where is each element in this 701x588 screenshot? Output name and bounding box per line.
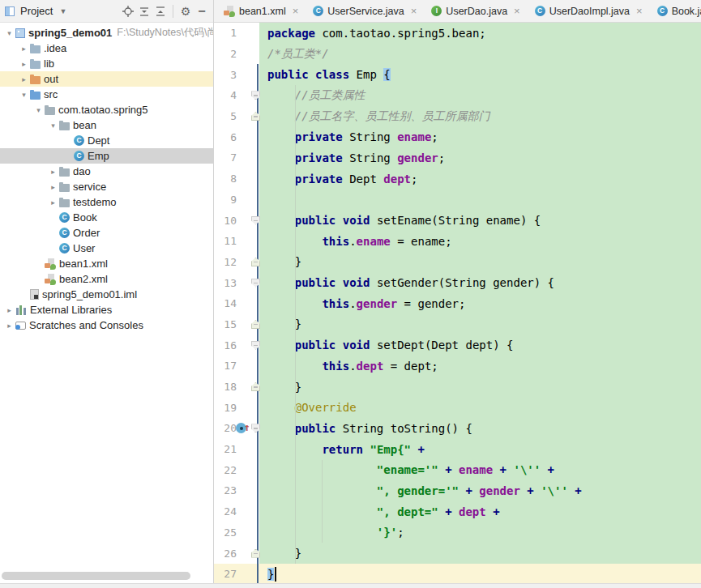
line-number[interactable]: 5 [214,110,237,122]
tree-item-testdemo[interactable]: ▸testdemo [0,194,213,210]
line-number[interactable]: 18 [214,381,237,393]
line-number[interactable]: 25 [214,526,237,539]
line-number[interactable]: 12 [214,256,237,268]
chevron-right-icon[interactable]: ▸ [47,183,59,191]
line-number[interactable]: 10 [214,215,237,227]
line-number[interactable]: 2 [214,48,237,60]
collapse-all-icon[interactable] [154,5,167,18]
tree-item-Scratches and Consoles[interactable]: ▸Scratches and Consoles [0,317,213,333]
line-number[interactable]: 1 [214,27,237,39]
code-line-18[interactable]: 18 } [214,377,701,398]
chevron-right-icon[interactable]: ▸ [3,322,15,330]
line-number[interactable]: 16 [214,339,237,352]
code-line-11[interactable]: 11 this.ename = ename; [214,231,701,252]
hide-panel-icon[interactable]: − [195,5,208,18]
fold-marker-icon[interactable] [251,216,260,225]
code-line-13[interactable]: 13 public void setGender(String gender) … [214,272,701,293]
code-line-2[interactable]: 2/*员工类*/ [214,44,701,65]
code-line-5[interactable]: 5 //员工名字、员工性别、员工所属部门 [214,106,701,127]
line-number[interactable]: 6 [214,131,237,143]
tree-item-spring5_demo01[interactable]: ▾spring5_demo01F:\StudyNotes\代码\尚 [0,25,213,40]
code-line-10[interactable]: 10 public void setEname(String ename) { [214,210,701,231]
code-line-16[interactable]: 16 public void setDept(Dept dept) { [214,334,701,356]
tree-item-.idea[interactable]: ▸.idea [0,40,213,56]
tab-UserDao.java[interactable]: IUserDao.java× [423,0,526,22]
chevron-down-icon[interactable]: ▾ [3,29,15,37]
chevron-down-icon[interactable]: ▾ [18,91,30,99]
tab-close-icon[interactable]: × [411,5,417,17]
tree-item-bean2.xml[interactable]: bean2.xml [0,271,213,287]
tree-item-Book[interactable]: CBook [0,210,213,225]
line-number[interactable]: 26 [214,548,237,560]
code-line-27[interactable]: 27} [214,564,701,585]
fold-marker-icon[interactable] [251,279,260,288]
chevron-right-icon[interactable]: ▸ [47,168,59,176]
fold-marker-icon[interactable] [251,112,260,121]
tree-item-Emp[interactable]: CEmp [0,148,213,164]
tab-close-icon[interactable]: × [293,5,299,17]
tab-UserDaoImpl.java[interactable]: CUserDaoImpl.java× [527,0,649,22]
tree-item-spring5_demo01.iml[interactable]: spring5_demo01.iml [0,287,213,302]
line-number[interactable]: 22 [214,464,237,476]
tree-item-com.taotao.spring5[interactable]: ▾com.taotao.spring5 [0,102,213,117]
line-number[interactable]: 27 [214,568,237,580]
tree-item-dao[interactable]: ▸dao [0,164,213,179]
tab-close-icon[interactable]: × [514,5,520,17]
code-line-9[interactable]: 9 [214,190,701,211]
panel-horizontal-scrollbar[interactable] [2,572,190,580]
fold-marker-icon[interactable] [251,549,260,558]
project-panel-title[interactable]: Project [20,5,53,17]
fold-marker-icon[interactable] [251,382,260,391]
code-line-25[interactable]: 25 '}'; [214,522,701,543]
line-number[interactable]: 19 [214,402,237,414]
tree-item-out[interactable]: ▸out [0,71,213,87]
tab-bean1.xml[interactable]: bean1.xml× [216,0,305,22]
chevron-right-icon[interactable]: ▸ [3,306,15,314]
tree-item-src[interactable]: ▾src [0,87,213,102]
code-line-17[interactable]: 17 this.dept = dept; [214,356,701,377]
chevron-right-icon[interactable]: ▸ [18,60,30,68]
line-number[interactable]: 8 [214,173,237,185]
tree-item-External Libraries[interactable]: ▸External Libraries [0,302,213,317]
line-number[interactable]: 3 [214,69,237,81]
code-line-19[interactable]: 19 @Override [214,397,701,418]
expand-all-icon[interactable] [138,5,151,18]
code-line-4[interactable]: 4 //员工类属性 [214,85,701,106]
code-line-22[interactable]: 22 "ename='" + ename + '\'' + [214,459,701,480]
tree-item-Dept[interactable]: CDept [0,133,213,148]
line-number[interactable]: 17 [214,360,237,372]
code-line-15[interactable]: 15 } [214,314,701,335]
fold-marker-icon[interactable] [251,320,260,329]
tree-item-User[interactable]: CUser [0,241,213,256]
line-number[interactable]: 11 [214,235,237,247]
code-line-6[interactable]: 6 private String ename; [214,126,701,147]
tree-item-bean[interactable]: ▾bean [0,117,213,133]
tree-item-Order[interactable]: COrder [0,225,213,241]
locate-icon[interactable] [122,5,135,18]
line-number[interactable]: 23 [214,484,237,496]
tab-UserService.java[interactable]: CUserService.java× [305,0,423,22]
chevron-right-icon[interactable]: ▸ [47,198,59,207]
code-line-8[interactable]: 8 private Dept dept; [214,168,701,190]
tab-close-icon[interactable]: × [636,5,643,17]
code-line-7[interactable]: 7 private String gender; [214,147,701,168]
code-line-3[interactable]: 3public class Emp { [214,64,701,85]
chevron-right-icon[interactable]: ▸ [18,75,30,83]
tree-item-lib[interactable]: ▸lib [0,56,213,71]
chevron-right-icon[interactable]: ▸ [18,45,30,53]
code-line-1[interactable]: 1package com.taotao.spring5.bean; [214,23,701,44]
code-line-23[interactable]: 23 ", gender='" + gender + '\'' + [214,480,701,501]
line-number[interactable]: 13 [214,277,237,289]
tree-item-service[interactable]: ▸service [0,179,213,194]
settings-icon[interactable]: ⚙ [179,5,192,18]
fold-marker-icon[interactable] [251,341,260,350]
fold-marker-icon[interactable] [251,258,260,266]
line-number[interactable]: 21 [214,443,237,455]
chevron-down-icon[interactable]: ▾ [32,106,45,114]
line-number[interactable]: 15 [214,318,237,330]
line-number[interactable]: 24 [214,505,237,518]
line-number[interactable]: 4 [214,89,237,101]
line-number[interactable]: 14 [214,297,237,309]
fold-marker-icon[interactable] [251,91,260,100]
code-line-20[interactable]: 20↑ public String toString() { [214,418,701,439]
